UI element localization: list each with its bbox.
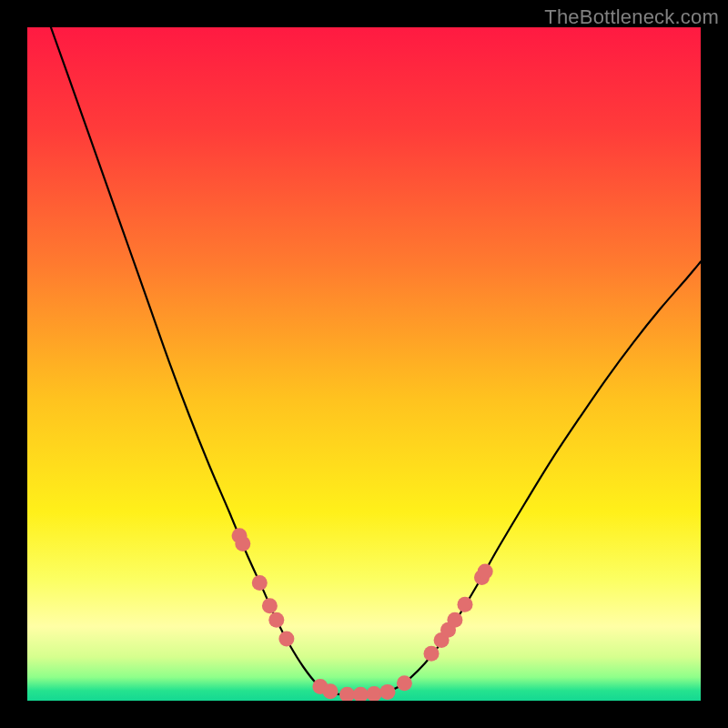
- marker-dot: [478, 563, 493, 579]
- marker-dot: [268, 612, 284, 628]
- marker-dot: [278, 631, 294, 646]
- marker-dot: [424, 646, 440, 662]
- marker-dot: [262, 598, 278, 613]
- marker-dot: [458, 597, 473, 612]
- marker-dot: [379, 684, 395, 700]
- marker-dot: [323, 683, 339, 699]
- marker-dot: [397, 675, 412, 691]
- bottleneck-chart: [27, 27, 701, 701]
- chart-background: [27, 27, 701, 701]
- marker-dot: [447, 612, 462, 628]
- attribution-label: TheBottleneck.com: [544, 5, 719, 29]
- marker-dot: [235, 536, 250, 551]
- marker-dot: [252, 575, 268, 591]
